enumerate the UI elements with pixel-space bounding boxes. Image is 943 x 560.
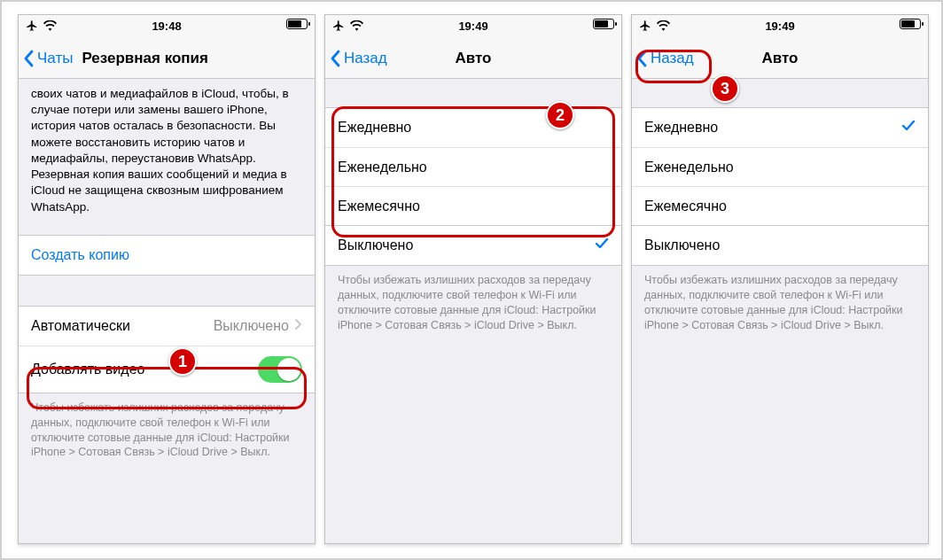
battery-icon [900,19,921,29]
auto-backup-label: Автоматически [31,318,130,334]
status-time: 19:48 [152,19,181,33]
annotation-badge-3: 3 [711,74,739,103]
wifi-icon [350,20,363,34]
nav-title: Резервная копия [82,50,208,67]
navigation-bar: Назад Авто [632,38,928,79]
create-backup-label: Создать копию [31,247,129,263]
option-off-label: Выключено [338,237,413,253]
option-monthly[interactable]: Ежемесячно [632,186,928,225]
footnote-text: Чтобы избежать излишних расходов за пере… [19,393,315,468]
navigation-bar: Назад Авто [325,38,621,79]
auto-backup-value: Выключено [214,318,289,334]
include-video-row: Добавлять видео [19,346,315,393]
backup-description: своих чатов и медиафайлов в iCloud, чтоб… [19,79,315,235]
option-monthly-label: Ежемесячно [644,198,727,214]
option-daily-label: Ежедневно [644,120,718,136]
airplane-mode-icon [26,19,38,35]
option-weekly[interactable]: Еженедельно [325,147,621,186]
phone-screen-auto-options-daily: 19:49 Назад Авто Ежедневно Еженедельно [631,14,929,544]
option-monthly-label: Ежемесячно [338,198,420,214]
chevron-left-icon [22,50,35,67]
status-bar: 19:49 [632,15,928,38]
footnote-text: Чтобы избежать излишних расходов за пере… [325,266,621,340]
auto-backup-row[interactable]: Автоматически Выключено [19,307,315,346]
chevron-left-icon [635,50,648,67]
battery-icon [286,19,308,29]
status-time: 19:49 [458,19,487,33]
option-off-label: Выключено [644,237,720,253]
wifi-icon [657,20,670,34]
status-bar: 19:49 [325,15,621,38]
option-daily[interactable]: Ежедневно [325,108,621,147]
status-bar: 19:48 [19,15,315,38]
airplane-mode-icon [332,19,345,35]
nav-title: Авто [456,50,492,67]
phone-screen-auto-options-off: 19:49 Назад Авто Ежедневно Еженедельно Е… [324,14,622,544]
checkmark-icon [595,237,609,253]
option-weekly-label: Еженедельно [644,159,734,175]
back-button[interactable]: Чаты [19,50,78,67]
option-daily-label: Ежедневно [338,120,411,136]
chevron-right-icon [294,318,302,334]
phone-screen-backup-settings: 19:48 Чаты Резервная копия своих чатов и… [18,14,316,544]
navigation-bar: Чаты Резервная копия [19,38,315,79]
battery-icon [593,19,614,29]
back-button[interactable]: Назад [632,50,699,67]
include-video-label: Добавлять видео [31,362,144,377]
back-label: Назад [344,50,387,67]
option-daily[interactable]: Ежедневно [632,108,928,147]
airplane-mode-icon [639,19,651,35]
back-label: Назад [651,50,694,67]
option-off[interactable]: Выключено [632,226,928,265]
annotation-badge-2: 2 [546,101,574,129]
option-weekly-label: Еженедельно [338,159,427,175]
annotation-badge-1: 1 [168,347,197,376]
wifi-icon [43,20,57,34]
include-video-toggle[interactable] [258,356,302,383]
nav-title: Авто [762,50,799,67]
footnote-text: Чтобы избежать излишних расходов за пере… [632,266,928,340]
back-label: Чаты [37,50,73,67]
chevron-left-icon [329,50,341,67]
option-monthly[interactable]: Ежемесячно [325,186,621,225]
back-button[interactable]: Назад [325,50,393,67]
option-weekly[interactable]: Еженедельно [632,147,928,186]
create-backup-button[interactable]: Создать копию [19,236,315,275]
option-off[interactable]: Выключено [325,226,621,265]
status-time: 19:49 [765,19,794,33]
checkmark-icon [901,120,916,136]
